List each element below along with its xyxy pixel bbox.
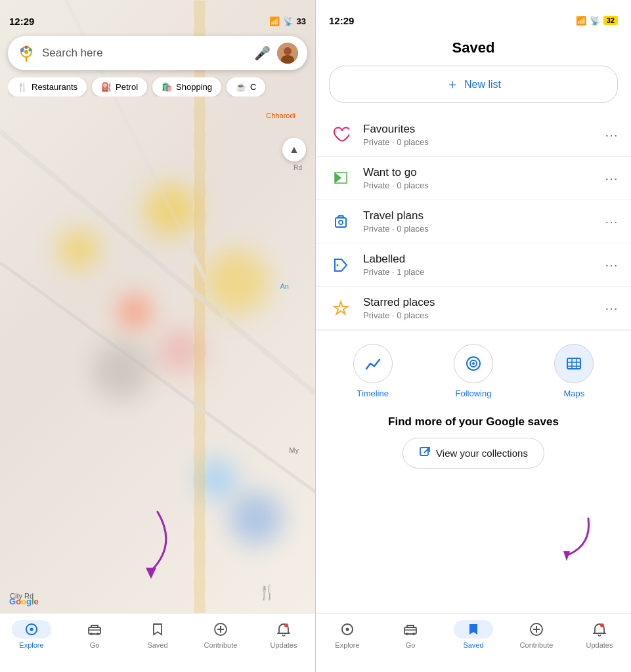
find-more-section: Find more of your Google saves View your… [316, 405, 631, 479]
nav-updates[interactable]: Updates [252, 620, 315, 649]
svg-point-42 [412, 633, 415, 635]
left-time: 12:29 [9, 16, 34, 27]
maps-circle [554, 344, 594, 383]
right-nav-saved-label: Saved [463, 641, 483, 649]
saved-item-favourites[interactable]: Favourites Private · 0 places ⋯ [316, 114, 631, 157]
right-contribute-icon [527, 620, 546, 639]
chevron-up-icon: ▲ [289, 144, 299, 156]
right-time: 12:29 [329, 15, 354, 26]
updates-icon [274, 620, 293, 639]
starred-more-button[interactable]: ⋯ [605, 301, 618, 316]
scroll-up-button[interactable]: ▲ [282, 138, 306, 161]
right-wifi-icon: 📡 [590, 16, 600, 26]
explore-icon [12, 620, 51, 639]
travel-plans-title: Travel plans [363, 209, 594, 222]
starred-title: Starred places [363, 296, 594, 309]
page-title: Saved [316, 33, 631, 66]
external-link-icon [419, 446, 431, 460]
quick-link-timeline[interactable]: Timeline [353, 344, 393, 398]
purple-arrow-maps [549, 512, 595, 567]
left-panel: Chharodi Rd An My City Rd 12:29 📶 📡 33 S… [0, 0, 316, 672]
saved-item-want-to-go[interactable]: Want to go Private · 0 places ⋯ [316, 157, 631, 200]
search-input[interactable]: Search here [42, 47, 248, 60]
right-nav-go-label: Go [406, 641, 416, 649]
svg-point-26 [339, 220, 343, 224]
right-nav-updates-label: Updates [586, 641, 613, 649]
right-nav-contribute-label: Contribute [520, 641, 554, 649]
right-bottom-nav: Explore Go Saved [316, 613, 631, 672]
right-nav-go[interactable]: Go [379, 620, 442, 649]
labelled-content: Labelled Private · 1 place [363, 253, 594, 277]
nav-go[interactable]: Go [63, 620, 126, 649]
svg-rect-31 [567, 358, 580, 369]
nav-contribute[interactable]: Contribute [189, 620, 252, 649]
contribute-icon [211, 620, 230, 639]
nav-explore[interactable]: Explore [0, 620, 63, 649]
chip-shopping[interactable]: 🛍️ Shopping [152, 77, 221, 96]
chip-petrol-label: Petrol [116, 82, 138, 92]
favourites-more-button[interactable]: ⋯ [605, 127, 618, 143]
saved-items-list: Favourites Private · 0 places ⋯ Want to … [316, 114, 631, 672]
want-to-go-icon [329, 167, 353, 190]
new-list-label: New list [464, 79, 501, 91]
go-icon [85, 620, 104, 639]
chip-petrol[interactable]: ⛽ Petrol [92, 77, 147, 96]
map-area-label: An [280, 282, 289, 290]
nav-explore-label: Explore [19, 641, 43, 649]
svg-point-41 [406, 633, 408, 635]
left-bottom-nav: Explore Go Saved [0, 613, 315, 672]
favourites-icon [329, 123, 353, 147]
svg-rect-0 [194, 0, 206, 672]
right-signal-icon: 📶 [576, 16, 586, 26]
svg-point-46 [600, 623, 604, 627]
purple-arrow-annotation [118, 505, 184, 587]
svg-point-10 [25, 46, 28, 49]
starred-icon [329, 297, 353, 320]
search-bar[interactable]: Search here 🎤 [8, 36, 307, 70]
svg-point-27 [337, 264, 339, 266]
labelled-more-button[interactable]: ⋯ [605, 257, 618, 273]
chip-cafe[interactable]: ☕ C [227, 77, 265, 96]
travel-plans-more-button[interactable]: ⋯ [605, 214, 618, 230]
svg-point-6 [24, 50, 28, 54]
svg-rect-25 [336, 218, 346, 227]
travel-plans-icon [329, 210, 353, 234]
svg-point-30 [472, 362, 475, 365]
timeline-circle [353, 344, 393, 383]
saved-item-travel-plans[interactable]: Travel plans Private · 0 places ⋯ [316, 200, 631, 243]
wifi-icon: 📡 [283, 16, 294, 26]
right-nav-contribute[interactable]: Contribute [505, 620, 568, 649]
right-nav-explore[interactable]: Explore [316, 620, 379, 649]
right-battery: 32 [603, 16, 618, 25]
favourites-title: Favourites [363, 123, 594, 136]
view-collections-button[interactable]: View your collections [403, 438, 544, 469]
right-nav-explore-label: Explore [335, 641, 359, 649]
new-list-button[interactable]: ＋ New list [329, 66, 618, 103]
want-to-go-more-button[interactable]: ⋯ [605, 171, 618, 186]
svg-point-18 [97, 633, 99, 635]
find-more-title: Find more of your Google saves [329, 415, 618, 429]
right-explore-icon [338, 620, 357, 639]
quick-link-maps[interactable]: Maps [554, 344, 594, 398]
travel-plans-subtitle: Private · 0 places [363, 224, 594, 234]
svg-point-22 [284, 623, 288, 627]
quick-link-following[interactable]: Following [454, 344, 493, 398]
want-to-go-content: Want to go Private · 0 places [363, 166, 594, 190]
chip-restaurants-label: Restaurants [32, 82, 77, 92]
right-nav-saved[interactable]: Saved [442, 620, 505, 649]
microphone-icon[interactable]: 🎤 [254, 45, 271, 61]
saved-item-labelled[interactable]: Labelled Private · 1 place ⋯ [316, 243, 631, 287]
saved-item-starred[interactable]: Starred places Private · 0 places ⋯ [316, 287, 631, 330]
following-circle [454, 344, 493, 383]
right-nav-updates[interactable]: Updates [568, 620, 631, 649]
svg-point-15 [30, 628, 33, 631]
nav-saved[interactable]: Saved [126, 620, 189, 649]
chip-restaurants[interactable]: 🍴 Restaurants [8, 77, 87, 96]
avatar[interactable] [277, 43, 298, 64]
left-status-bar: 12:29 📶 📡 33 [0, 0, 315, 36]
chip-shopping-label: Shopping [176, 82, 212, 92]
svg-line-4 [0, 262, 315, 492]
labelled-title: Labelled [363, 253, 594, 266]
shopping-icon: 🛍️ [162, 82, 172, 92]
cafe-icon: ☕ [236, 82, 246, 92]
